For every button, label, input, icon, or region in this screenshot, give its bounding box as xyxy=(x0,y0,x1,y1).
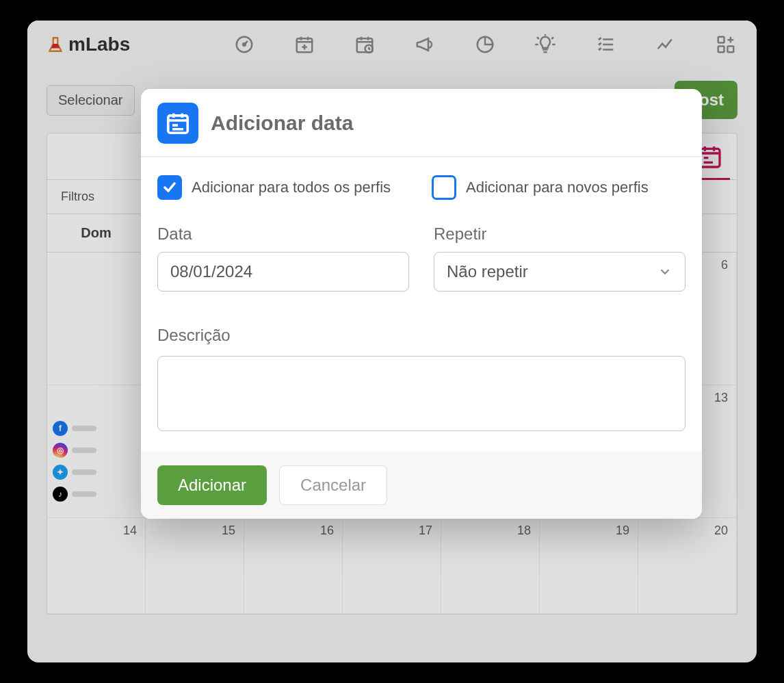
calendar-cell[interactable]: f ◎ ✦ ♪ xyxy=(47,385,146,518)
trend-icon[interactable] xyxy=(655,34,676,55)
dashboard-icon[interactable] xyxy=(234,34,254,55)
twitter-icon: ✦ xyxy=(53,465,68,480)
checkbox-checked-icon xyxy=(157,175,182,200)
modal-body: Adicionar para todos os perfis Adicionar… xyxy=(141,157,702,452)
form-row: Data 08/01/2024 Repetir Não repetir xyxy=(157,224,685,292)
repeat-label: Repetir xyxy=(434,224,685,244)
social-badges: f ◎ ✦ ♪ xyxy=(53,421,96,502)
date-label: Data xyxy=(157,224,409,244)
date-input[interactable]: 08/01/2024 xyxy=(157,252,409,292)
facebook-icon: f xyxy=(53,421,68,436)
svg-rect-8 xyxy=(699,149,720,167)
calendar-modal-icon xyxy=(157,103,198,144)
modal-title: Adicionar data xyxy=(211,112,353,135)
calendar-cell[interactable]: 18 xyxy=(441,518,540,614)
checkbox-all-profiles[interactable]: Adicionar para todos os perfis xyxy=(157,175,391,200)
description-textarea[interactable] xyxy=(157,356,685,431)
add-date-modal: Adicionar data Adicionar para todos os p… xyxy=(141,89,702,519)
calendar-cell[interactable]: 16 xyxy=(244,518,343,614)
cell-day-number: 17 xyxy=(419,524,432,538)
chevron-down-icon xyxy=(657,264,672,279)
cancel-button[interactable]: Cancelar xyxy=(279,465,387,505)
svg-point-1 xyxy=(243,43,246,46)
calendar-add-icon[interactable] xyxy=(294,34,315,55)
tiktok-icon: ♪ xyxy=(53,487,68,502)
checklist-icon[interactable] xyxy=(595,34,616,55)
checkbox-row: Adicionar para todos os perfis Adicionar… xyxy=(157,175,685,200)
instagram-icon: ◎ xyxy=(53,443,68,458)
chart-pie-icon[interactable] xyxy=(475,34,495,55)
filters-label: Filtros xyxy=(61,190,94,204)
megaphone-icon[interactable] xyxy=(415,34,435,55)
cell-day-number: 18 xyxy=(517,524,531,538)
calendar-clock-icon[interactable] xyxy=(354,34,375,55)
svg-rect-6 xyxy=(718,47,724,53)
repeat-select[interactable]: Não repetir xyxy=(434,252,685,292)
cell-day-number: 20 xyxy=(714,524,728,538)
checkbox-label: Adicionar para todos os perfis xyxy=(192,179,391,196)
modal-header: Adicionar data xyxy=(141,89,702,157)
repeat-field-group: Repetir Não repetir xyxy=(434,224,685,292)
cell-day-number: 15 xyxy=(222,524,235,538)
day-head: Dom xyxy=(47,214,146,252)
header: mLabs xyxy=(27,21,757,68)
cell-day-number: 16 xyxy=(320,524,334,538)
calendar-cell[interactable]: 19 xyxy=(540,518,638,614)
checkbox-unchecked-icon xyxy=(432,175,456,200)
add-button[interactable]: Adicionar xyxy=(157,465,267,505)
calendar-cell[interactable]: 17 xyxy=(343,518,441,614)
calendar-cell[interactable]: 14 xyxy=(47,518,146,614)
svg-rect-7 xyxy=(728,47,734,53)
modal-footer: Adicionar Cancelar xyxy=(141,452,702,519)
checkbox-new-profiles[interactable]: Adicionar para novos perfis xyxy=(432,175,649,200)
repeat-value: Não repetir xyxy=(447,262,528,281)
cell-day-number: 14 xyxy=(123,524,137,538)
checkbox-label: Adicionar para novos perfis xyxy=(466,179,649,196)
calendar-cell[interactable]: 15 xyxy=(146,518,244,614)
cell-day-number: 13 xyxy=(714,391,728,405)
cell-day-number: 19 xyxy=(616,524,629,538)
svg-rect-5 xyxy=(718,37,724,43)
app-window: mLabs Selecionar Post Filtros xyxy=(27,21,757,662)
calendar-cell[interactable]: 20 xyxy=(638,518,737,614)
apps-add-icon[interactable] xyxy=(716,34,736,55)
calendar-cell[interactable] xyxy=(47,253,146,385)
nav-icons xyxy=(234,34,736,55)
logo-icon xyxy=(47,36,64,53)
logo-text: mLabs xyxy=(68,34,130,55)
logo: mLabs xyxy=(47,34,130,55)
select-profile-button[interactable]: Selecionar xyxy=(47,85,135,116)
lightbulb-icon[interactable] xyxy=(535,34,556,55)
description-label: Descrição xyxy=(157,326,685,345)
date-field-group: Data 08/01/2024 xyxy=(157,224,409,292)
cell-day-number: 6 xyxy=(721,258,728,272)
